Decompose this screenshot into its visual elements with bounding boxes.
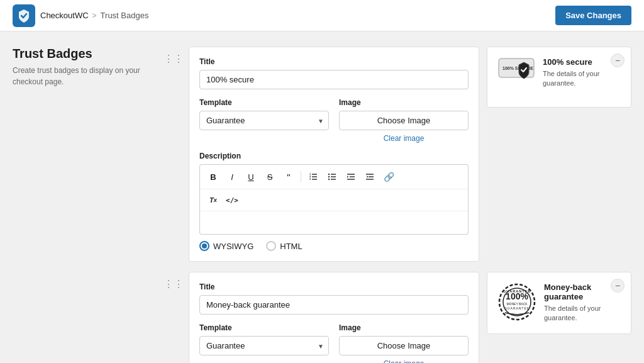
html-label-1: HTML [280,242,302,251]
sidebar: Trust Badges Create trust badges to disp… [13,47,151,363]
svg-text:100%: 100% [506,291,528,301]
choose-image-button-1[interactable]: Choose Image [339,111,469,130]
breadcrumb-separator: > [92,11,97,20]
breadcrumb-home[interactable]: CheckoutWC [40,11,89,20]
clear-image-link-1[interactable]: Clear image [339,134,469,143]
drag-handle-1[interactable]: ⋮⋮ [164,47,189,64]
drag-handle-2[interactable]: ⋮⋮ [164,272,189,289]
image-col-2: Image Choose Image Clear image [339,323,469,363]
remove-badge-button-2[interactable]: − [611,279,625,293]
template-image-row-1: Template Guarantee Simple ▼ Image Choose… [199,98,469,143]
topbar: CheckoutWC > Trust Badges Save Changes [0,0,644,31]
template-label-1: Template [199,98,329,107]
toolbar-sep-1 [301,171,301,182]
svg-text:MONEY BACK: MONEY BACK [506,302,528,306]
title-label-2: Title [199,282,469,291]
template-label-2: Template [199,323,329,332]
preview-text-2: Money-back guarantee The details of your… [544,282,621,323]
template-col-1: Template Guarantee Simple ▼ [199,98,329,143]
bold-button-1[interactable]: B [205,169,221,185]
guarantee-badge-svg: GUARANTEE 100% MONEY BACK GUARANTEE [497,282,536,321]
template-col-2: Template Guarantee Simple ▼ [199,323,329,363]
description-label-1: Description [199,152,469,160]
choose-image-button-2[interactable]: Choose Image [339,336,469,355]
editor-row2-toolbar-1: Tx </> [200,189,468,211]
unordered-list-button-1[interactable] [324,169,340,185]
clear-image-link-2[interactable]: Clear image [339,359,469,363]
svg-point-12 [328,179,330,180]
svg-marker-16 [347,176,349,178]
badge-item-1: ⋮⋮ Title Template Guarantee Simple [164,47,631,262]
title-input-2[interactable] [199,295,469,315]
outdent-button-1[interactable] [362,169,378,185]
badge-preview-2: GUARANTEE 100% MONEY BACK GUARANTEE Mone… [487,272,631,334]
editor-toolbar-1: B I U S " 123 [199,164,469,189]
preview-description-2: The details of your guarantee. [544,304,621,323]
html-radio-1[interactable] [266,241,276,251]
badge-preview-1: 100% SECURE 100% secure The details of y… [487,47,631,108]
svg-point-10 [328,174,330,175]
topbar-left: CheckoutWC > Trust Badges [13,4,148,27]
indent-button-1[interactable] [343,169,359,185]
ordered-list-button-1[interactable]: 123 [305,169,321,185]
code-button-1[interactable]: </> [224,192,240,208]
image-label-2: Image [339,323,469,332]
editor-second-row-1: Tx </> [199,189,469,235]
description-section-1: Description B I U S " 123 [199,152,469,251]
drag-handle-icon-1: ⋮⋮ [164,54,184,64]
svg-text:GUARANTEE: GUARANTEE [504,306,530,310]
editor-content-1[interactable] [200,211,468,234]
preview-text-1: 100% secure The details of your guarante… [543,57,621,89]
preview-image-1: 100% SECURE [497,57,535,97]
shield-badge-svg: 100% SECURE [497,57,535,95]
underline-button-1[interactable]: U [243,169,259,185]
template-select-wrap-2: Guarantee Simple ▼ [199,336,329,355]
save-changes-button[interactable]: Save Changes [555,6,631,25]
preview-title-1: 100% secure [543,57,621,67]
editor-mode-radio-1: WYSIWYG HTML [199,241,469,251]
html-option-1[interactable]: HTML [266,241,302,251]
clear-format-button-1[interactable]: Tx [205,192,221,208]
title-label-1: Title [199,57,469,66]
title-input-1[interactable] [199,70,469,89]
image-label-1: Image [339,98,469,107]
badge-item-2: ⋮⋮ Title Template Guarantee Simple [164,272,631,363]
image-col-1: Image Choose Image Clear image [339,98,469,143]
app-logo [13,4,35,27]
template-select-1[interactable]: Guarantee Simple [199,111,329,130]
template-select-2[interactable]: Guarantee Simple [199,336,329,355]
main-layout: Trust Badges Create trust badges to disp… [0,31,644,363]
badge-form-2: Title Template Guarantee Simple ▼ [189,272,479,363]
svg-point-11 [328,176,330,177]
page-description: Create trust badges to display on your c… [13,65,151,87]
breadcrumb: CheckoutWC > Trust Badges [40,11,148,20]
preview-title-2: Money-back guarantee [544,282,621,301]
breadcrumb-current: Trust Badges [101,11,149,20]
drag-handle-icon-2: ⋮⋮ [164,279,184,289]
preview-description-1: The details of your guarantee. [543,69,621,89]
template-image-row-2: Template Guarantee Simple ▼ Image Choose… [199,323,469,363]
remove-badge-button-1[interactable]: − [611,53,625,67]
italic-button-1[interactable]: I [224,169,240,185]
template-select-wrap-1: Guarantee Simple ▼ [199,111,329,130]
wysiwyg-radio-1[interactable] [199,241,209,251]
link-button-1[interactable]: 🔗 [380,169,397,185]
wysiwyg-label-1: WYSIWYG [213,242,253,251]
content-area: ⋮⋮ Title Template Guarantee Simple [164,47,631,363]
wysiwyg-option-1[interactable]: WYSIWYG [199,241,253,251]
svg-text:3: 3 [309,177,311,181]
badge-form-1: Title Template Guarantee Simple ▼ [189,47,479,262]
strikethrough-button-1[interactable]: S [262,169,278,185]
svg-marker-20 [367,176,369,178]
page-title: Trust Badges [13,47,151,61]
preview-image-2: GUARANTEE 100% MONEY BACK GUARANTEE [497,282,536,323]
blockquote-button-1[interactable]: " [280,169,297,185]
